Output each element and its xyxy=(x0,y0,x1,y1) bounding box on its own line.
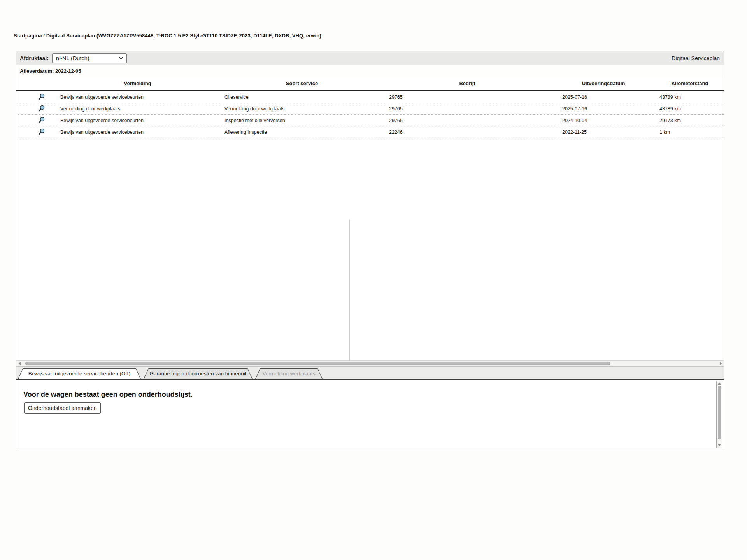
scroll-left-arrow-icon[interactable] xyxy=(18,362,21,365)
tab-bewijs-van-uitgevoerde-servicebeurten[interactable]: Bewijs van uitgevoerde servicebeurten (O… xyxy=(18,368,141,379)
tab-label: Garantie tegen doorroesten van binnenuit xyxy=(149,371,246,376)
scroll-up-arrow-icon[interactable] xyxy=(718,382,721,385)
cell-vermelding: Bewijs van uitgevoerde servicebeurten xyxy=(55,130,220,135)
cell-vermelding: Bewijs van uitgevoerde servicebeurten xyxy=(55,118,220,123)
tab-garantie-tegen-doorroesten[interactable]: Garantie tegen doorroesten van binnenuit xyxy=(144,368,253,379)
cell-kilometerstand: 1 km xyxy=(656,130,724,135)
table-row: Vermelding door werkplaats Vermelding do… xyxy=(16,103,724,115)
scroll-down-arrow-icon[interactable] xyxy=(718,444,721,446)
column-header-bedrijf: Bedrijf xyxy=(384,80,551,86)
vertical-scrollbar-thumb[interactable] xyxy=(718,386,721,439)
tab-label: Vermelding werkplaats xyxy=(263,371,316,376)
top-toolbar: Afdruktaal: nl-NL (Dutch) Digitaal Servi… xyxy=(16,51,724,65)
print-language-label: Afdruktaal: xyxy=(20,55,49,61)
no-open-maintenance-message: Voor de wagen bestaat geen open onderhou… xyxy=(23,390,193,399)
breadcrumb[interactable]: Startpagina / Digitaal Serviceplan (WVGZ… xyxy=(14,33,321,38)
magnifier-icon xyxy=(37,116,46,124)
horizontal-scrollbar-thumb[interactable] xyxy=(25,362,610,365)
delivery-date-row: Afleverdatum: 2022-12-05 xyxy=(16,65,724,77)
cell-bedrijf: 22246 xyxy=(384,130,551,135)
column-header-kilometerstand: Kilometerstand xyxy=(656,80,724,86)
tab-vermelding-werkplaats[interactable]: Vermelding werkplaats xyxy=(255,368,323,379)
cell-soort-service: Inspectie met olie verversen xyxy=(220,118,384,123)
tab-label: Bewijs van uitgevoerde servicebeurten (O… xyxy=(28,371,131,376)
column-header-uitvoeringsdatum: Uitvoeringsdatum xyxy=(551,80,656,86)
horizontal-scrollbar[interactable] xyxy=(16,360,724,367)
cell-soort-service: Olieservice xyxy=(220,94,384,100)
table-header-row: Vermelding Soort service Bedrijf Uitvoer… xyxy=(16,77,724,91)
row-detail-button[interactable] xyxy=(37,104,46,114)
row-detail-button[interactable] xyxy=(37,128,46,137)
cell-bedrijf: 29765 xyxy=(384,106,551,112)
table-empty-area xyxy=(16,138,724,360)
chevron-down-icon xyxy=(119,55,123,59)
table-row: Bewijs van uitgevoerde servicebeurten Af… xyxy=(16,126,724,138)
cell-soort-service: Aflevering Inspectie xyxy=(220,130,384,135)
cell-bedrijf: 29765 xyxy=(384,94,551,100)
magnifier-icon xyxy=(37,128,46,136)
magnifier-icon xyxy=(37,105,46,113)
cell-kilometerstand: 43789 km xyxy=(656,94,724,100)
serviceplan-panel: Afdruktaal: nl-NL (Dutch) Digitaal Servi… xyxy=(16,51,724,450)
row-detail-button[interactable] xyxy=(37,116,46,125)
cell-kilometerstand: 29173 km xyxy=(656,118,724,123)
print-language-selected-value: nl-NL (Dutch) xyxy=(56,55,89,61)
print-language-select[interactable]: nl-NL (Dutch) xyxy=(52,53,127,63)
create-maintenance-table-button[interactable]: Onderhoudstabel aanmaken xyxy=(24,402,101,414)
tab-content-panel: Voor de wagen bestaat geen open onderhou… xyxy=(16,380,724,450)
cell-uitvoeringsdatum: 2025-07-16 xyxy=(551,94,656,100)
magnifier-icon xyxy=(37,93,46,101)
cell-uitvoeringsdatum: 2024-10-04 xyxy=(551,118,656,123)
vertical-scrollbar[interactable] xyxy=(716,381,722,448)
column-divider xyxy=(349,220,350,360)
page-title: Digitaal Serviceplan xyxy=(672,55,721,61)
cell-bedrijf: 29765 xyxy=(384,118,551,123)
tab-strip: Bewijs van uitgevoerde servicebeurten (O… xyxy=(16,367,724,380)
cell-uitvoeringsdatum: 2025-07-16 xyxy=(551,106,656,112)
cell-uitvoeringsdatum: 2022-11-25 xyxy=(551,130,656,135)
scroll-right-arrow-icon[interactable] xyxy=(720,362,722,365)
cell-vermelding: Vermelding door werkplaats xyxy=(55,106,220,112)
row-detail-button[interactable] xyxy=(37,93,46,102)
delivery-date-text: Afleverdatum: 2022-12-05 xyxy=(20,68,81,74)
column-header-soort-service: Soort service xyxy=(220,80,384,86)
cell-vermelding: Bewijs van uitgevoerde servicebeurten xyxy=(55,94,220,100)
table-row: Bewijs van uitgevoerde servicebeurten Ol… xyxy=(16,91,724,103)
cell-kilometerstand: 43789 km xyxy=(656,106,724,112)
column-header-vermelding: Vermelding xyxy=(55,80,220,86)
cell-soort-service: Vermelding door werkplaats xyxy=(220,106,384,112)
table-row: Bewijs van uitgevoerde servicebeurten In… xyxy=(16,115,724,126)
